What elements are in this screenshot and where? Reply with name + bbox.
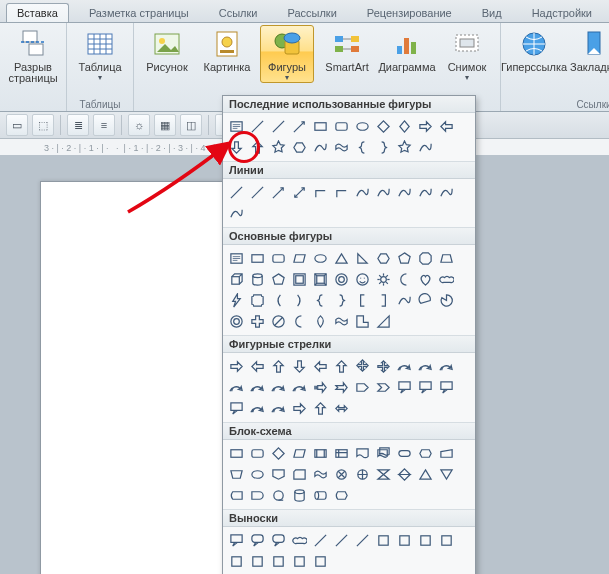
- shape-border1[interactable]: [436, 530, 457, 551]
- shape-trapezoid[interactable]: [436, 248, 457, 269]
- shape-stored[interactable]: [226, 485, 247, 506]
- shape-curved-l[interactable]: [247, 377, 268, 398]
- shape-sun[interactable]: [373, 269, 394, 290]
- tab-рассылки[interactable]: Рассылки: [277, 4, 346, 22]
- shape-bevel[interactable]: [310, 269, 331, 290]
- shape-parallelogram[interactable]: [289, 248, 310, 269]
- shape-rect[interactable]: [247, 248, 268, 269]
- shape-alt-process[interactable]: [247, 443, 268, 464]
- shape-text-box[interactable]: [226, 248, 247, 269]
- shape-chevron[interactable]: [373, 377, 394, 398]
- shape-chord[interactable]: [415, 290, 436, 311]
- shape-scribble[interactable]: [310, 137, 331, 158]
- shape-direct[interactable]: [310, 485, 331, 506]
- shape-arrow-d[interactable]: [226, 137, 247, 158]
- shape-arrow-line[interactable]: [268, 182, 289, 203]
- shape-manual-op[interactable]: [226, 464, 247, 485]
- shape-arrow-r[interactable]: [226, 356, 247, 377]
- shape-cloud[interactable]: [436, 269, 457, 290]
- shape-block-r[interactable]: [289, 398, 310, 419]
- shape-line2[interactable]: [268, 116, 289, 137]
- tab-рецензирование[interactable]: Рецензирование: [357, 4, 462, 22]
- shape-bent-r[interactable]: [394, 356, 415, 377]
- picture-button[interactable]: Рисунок: [140, 25, 194, 74]
- shape-block-lr[interactable]: [331, 398, 352, 419]
- toolbar-btn[interactable]: ⬚: [32, 114, 54, 136]
- shape-merge[interactable]: [436, 464, 457, 485]
- shape-arrow-lr[interactable]: [310, 356, 331, 377]
- shape-manual-input[interactable]: [436, 443, 457, 464]
- shape-no[interactable]: [268, 311, 289, 332]
- shape-ring[interactable]: [226, 311, 247, 332]
- tab-вставка[interactable]: Вставка: [6, 3, 69, 22]
- shape-accent-border3[interactable]: [310, 551, 331, 572]
- tab-разметка страницы[interactable]: Разметка страницы: [79, 4, 199, 22]
- shape-round-rect[interactable]: [268, 248, 289, 269]
- shape-triangle[interactable]: [331, 248, 352, 269]
- toolbar-btn[interactable]: ▭: [6, 114, 28, 136]
- shape-kite[interactable]: [394, 116, 415, 137]
- shape-internal[interactable]: [331, 443, 352, 464]
- chart-button[interactable]: Диаграмма: [380, 25, 434, 74]
- shape-predef[interactable]: [310, 443, 331, 464]
- shape-oval-callout[interactable]: [268, 530, 289, 551]
- shape-line2[interactable]: [247, 182, 268, 203]
- shape-decision[interactable]: [268, 443, 289, 464]
- shape-star4[interactable]: [268, 137, 289, 158]
- shape-seq-access[interactable]: [268, 485, 289, 506]
- shape-circular[interactable]: [247, 398, 268, 419]
- toolbar-btn[interactable]: ▦: [154, 114, 176, 136]
- toolbar-btn[interactable]: ≡: [93, 114, 115, 136]
- shape-elbow2[interactable]: [331, 182, 352, 203]
- shape-notched[interactable]: [331, 377, 352, 398]
- shape-ellipse[interactable]: [310, 248, 331, 269]
- toolbar-btn[interactable]: ≣: [67, 114, 89, 136]
- shape-line-callout3[interactable]: [352, 530, 373, 551]
- shape-corner[interactable]: [352, 311, 373, 332]
- shape-diag[interactable]: [373, 311, 394, 332]
- screenshot-button[interactable]: Снимок▾: [440, 25, 494, 83]
- shape-arrow-u[interactable]: [247, 137, 268, 158]
- shape-striped[interactable]: [310, 377, 331, 398]
- shape-arrow-line[interactable]: [289, 116, 310, 137]
- shape-elbow[interactable]: [310, 182, 331, 203]
- shape-border2[interactable]: [226, 551, 247, 572]
- shape-pentagon2[interactable]: [268, 269, 289, 290]
- shape-arrow-d[interactable]: [289, 356, 310, 377]
- shape-round-rect[interactable]: [331, 116, 352, 137]
- shape-rbrace[interactable]: [331, 290, 352, 311]
- shape-curved-r[interactable]: [226, 377, 247, 398]
- shape-text-box[interactable]: [226, 116, 247, 137]
- toolbar-btn[interactable]: ☼: [128, 114, 150, 136]
- shapes-button[interactable]: Фигуры▾: [260, 25, 314, 83]
- shape-pentagon[interactable]: [394, 248, 415, 269]
- smartart-button[interactable]: SmartArt: [320, 25, 374, 74]
- shape-curved-d[interactable]: [289, 377, 310, 398]
- shape-accent-border1[interactable]: [268, 551, 289, 572]
- tab-надстройки[interactable]: Надстройки: [522, 4, 602, 22]
- shape-arrow-tri[interactable]: [373, 356, 394, 377]
- shape-arrow-l[interactable]: [436, 116, 457, 137]
- shape-collate[interactable]: [373, 464, 394, 485]
- table-button[interactable]: Таблица▾: [73, 25, 127, 83]
- shape-free[interactable]: [226, 203, 247, 224]
- shape-pentagon-arrow[interactable]: [352, 377, 373, 398]
- hyperlink-button[interactable]: Гиперссылка: [507, 25, 561, 74]
- shape-process[interactable]: [226, 443, 247, 464]
- shape-bent-u[interactable]: [415, 356, 436, 377]
- shape-terminator[interactable]: [394, 443, 415, 464]
- shape-arrow-quad[interactable]: [352, 356, 373, 377]
- shape-arrow-r[interactable]: [415, 116, 436, 137]
- shape-crescent[interactable]: [289, 311, 310, 332]
- shape-border3[interactable]: [247, 551, 268, 572]
- shape-callout-r[interactable]: [394, 377, 415, 398]
- shape-accent2[interactable]: [394, 530, 415, 551]
- shape-donut[interactable]: [331, 269, 352, 290]
- shape-lightning[interactable]: [226, 290, 247, 311]
- shape-hex[interactable]: [373, 248, 394, 269]
- shape-smiley[interactable]: [352, 269, 373, 290]
- shape-multidoc[interactable]: [373, 443, 394, 464]
- shape-uturn[interactable]: [436, 356, 457, 377]
- shape-off-page[interactable]: [268, 464, 289, 485]
- tab-вид[interactable]: Вид: [472, 4, 512, 22]
